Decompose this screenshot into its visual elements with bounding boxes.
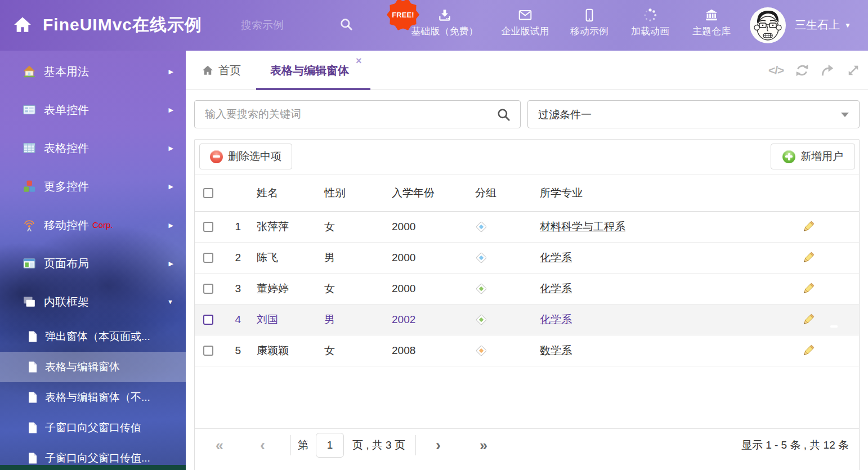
add-user-button[interactable]: 新增用户 [771, 144, 855, 169]
column-header-gender[interactable]: 性别 [324, 186, 346, 200]
chevron-right-icon: ▶ [169, 106, 173, 114]
filter-dropdown[interactable]: 过滤条件一 [527, 100, 860, 128]
minus-icon [210, 150, 223, 163]
pager-divider [415, 435, 416, 455]
chevron-right-icon: ▶ [169, 260, 173, 267]
row-checkbox[interactable] [203, 253, 213, 263]
major-link[interactable]: 化学系 [540, 314, 572, 325]
table-row[interactable]: 3 董婷婷 女 2000 化学系 [195, 274, 859, 305]
file-icon [27, 391, 38, 404]
table-row[interactable]: 2 陈飞 男 2000 化学系 [195, 243, 859, 274]
expand-icon[interactable] [846, 63, 861, 78]
row-checkbox[interactable] [203, 222, 213, 232]
sidebar-subitem-grid-edit-window-2[interactable]: 表格与编辑窗体（不... [0, 382, 186, 413]
chevron-right-icon: ▶ [169, 222, 173, 229]
prev-page-button[interactable]: ‹ [260, 436, 265, 454]
sidebar-item-basic-usage[interactable]: 基本用法 ▶ [0, 52, 186, 91]
sidebar-subitem-popup-window[interactable]: 弹出窗体（本页面或... [0, 321, 186, 352]
table-row[interactable]: 1 张萍萍 女 2000 材料科学与工程系 [195, 212, 859, 243]
nav-item-loading-animation[interactable]: 加载动画 [619, 0, 681, 51]
sidebar-item-label: 基本用法 [44, 64, 89, 79]
spinner-icon [643, 8, 657, 23]
last-page-button[interactable]: » [480, 437, 487, 453]
cell-year: 2000 [392, 252, 415, 264]
sidebar-subitem-label: 表格与编辑窗体 [45, 360, 120, 374]
edit-pencil-icon[interactable] [802, 251, 815, 265]
column-header-name[interactable]: 姓名 [257, 186, 278, 200]
nav-item-enterprise-trial[interactable]: 企业版试用 [489, 0, 562, 51]
column-header-group[interactable]: 分组 [475, 186, 496, 200]
nav-item-label: 基础版（免费） [402, 25, 487, 38]
edit-pencil-icon[interactable] [802, 344, 815, 357]
nav-item-mobile-demo[interactable]: 移动示例 [558, 0, 620, 51]
close-icon[interactable]: × [356, 55, 362, 67]
tab-home-label: 首页 [218, 63, 241, 78]
sidebar-bottom-strip [0, 465, 186, 470]
first-page-button[interactable]: « [216, 437, 223, 453]
row-checkbox[interactable] [203, 284, 213, 294]
search-icon[interactable] [339, 17, 354, 32]
user-menu[interactable]: 三生石上▼ [795, 17, 851, 33]
avatar[interactable] [750, 7, 786, 43]
header-search-input[interactable] [241, 15, 337, 36]
sidebar-subitem-label: 子窗口向父窗口传值 [45, 420, 141, 435]
tab-bar: 首页 表格与编辑窗体 × </> [186, 51, 868, 90]
page-number-input[interactable] [316, 433, 344, 458]
layout-icon [23, 257, 36, 270]
row-number: 2 [225, 252, 241, 264]
nav-item-label: 加载动画 [619, 25, 681, 38]
sidebar: 基本用法 ▶ 表单控件 ▶ 表格控件 ▶ [0, 51, 186, 470]
next-page-button[interactable]: › [436, 436, 441, 454]
major-link[interactable]: 材料科学与工程系 [540, 221, 625, 232]
bank-icon [704, 8, 719, 23]
refresh-icon[interactable] [795, 63, 809, 78]
select-all-checkbox[interactable] [203, 188, 213, 198]
sidebar-item-form-controls[interactable]: 表单控件 ▶ [0, 91, 186, 129]
username: 三生石上 [795, 19, 840, 31]
cell-gender: 女 [324, 220, 335, 234]
nav-item-theme-repo[interactable]: 主题仓库 [681, 0, 742, 51]
envelope-icon [518, 8, 533, 23]
home-icon[interactable] [12, 15, 33, 34]
search-icon[interactable] [496, 108, 511, 122]
sidebar-item-more-controls[interactable]: 更多控件 ▶ [0, 167, 186, 205]
sidebar-item-mobile-controls[interactable]: 移动控件Corp. ▶ [0, 206, 186, 244]
sidebar-subitem-child-to-parent[interactable]: 子窗口向父窗口传值 [0, 413, 186, 443]
sidebar-subitem-label: 子窗口向父窗口传值... [45, 451, 150, 465]
phone-icon [582, 8, 597, 23]
column-header-major[interactable]: 所学专业 [540, 186, 583, 200]
grid-panel: 删除选中项 新增用户 姓名 性别 入学年份 分组 所学专业 1 张萍萍 [194, 139, 860, 470]
edit-pencil-icon[interactable] [802, 220, 815, 234]
keyword-search-input[interactable] [205, 101, 486, 128]
column-header-year[interactable]: 入学年份 [392, 186, 435, 200]
edit-pencil-icon[interactable] [802, 282, 815, 296]
tag-icon [476, 283, 487, 294]
cubes-icon [23, 180, 36, 193]
keyword-search-box [194, 100, 521, 128]
table-row-selected[interactable]: 4 刘国 男 2002 化学系 [195, 305, 859, 335]
major-link[interactable]: 数学系 [540, 344, 572, 356]
tag-icon [476, 345, 487, 356]
view-source-icon[interactable]: </> [768, 63, 783, 78]
sidebar-item-grid-controls[interactable]: 表格控件 ▶ [0, 129, 186, 167]
app-title: FineUIMvc在线示例 [43, 14, 202, 37]
table-row[interactable]: 5 康颖颖 女 2008 数学系 [195, 335, 859, 366]
delete-selected-button[interactable]: 删除选中项 [199, 144, 292, 169]
edit-pencil-icon[interactable] [802, 313, 815, 326]
sidebar-item-page-layout[interactable]: 页面布局 ▶ [0, 244, 186, 283]
tab-grid-edit-window[interactable]: 表格与编辑窗体 [270, 63, 349, 78]
sidebar-subitem-grid-edit-window[interactable]: 表格与编辑窗体 [0, 352, 186, 382]
chevron-right-icon: ▶ [169, 145, 173, 152]
row-checkbox[interactable] [203, 346, 213, 356]
nav-item-basic-free[interactable]: 基础版（免费） [402, 0, 487, 51]
major-link[interactable]: 化学系 [540, 252, 572, 263]
corp-badge: Corp. [92, 220, 113, 230]
cell-name: 张萍萍 [257, 220, 289, 234]
cell-name: 康颖颖 [257, 343, 289, 358]
sidebar-subitem-label: 弹出窗体（本页面或... [45, 329, 150, 344]
sidebar-item-inline-frame[interactable]: 内联框架 ▼ [0, 283, 186, 321]
row-checkbox[interactable] [203, 315, 213, 325]
share-forward-icon[interactable] [820, 63, 835, 78]
major-link[interactable]: 化学系 [540, 283, 572, 294]
cell-year: 2002 [392, 314, 415, 326]
